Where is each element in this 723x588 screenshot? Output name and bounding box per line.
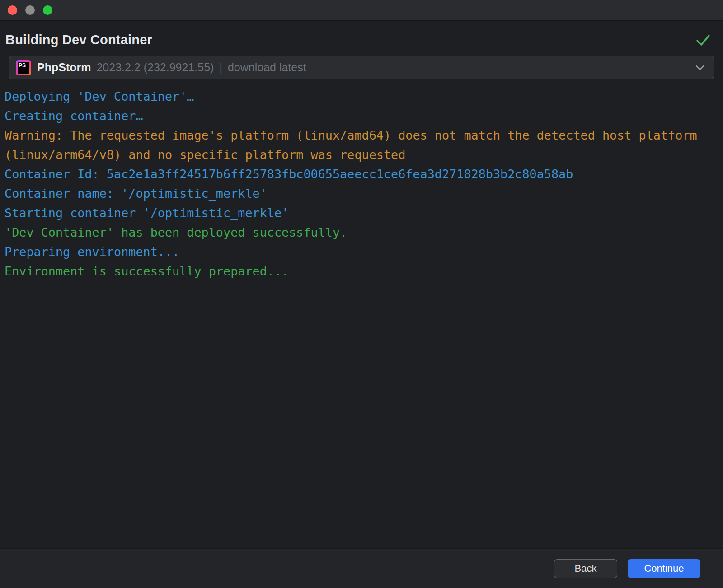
close-window-button[interactable] <box>8 5 17 15</box>
console-line: Warning: The requested image's platform … <box>5 126 718 164</box>
console-line: Deploying 'Dev Container'… <box>5 87 718 106</box>
download-latest-link[interactable]: download latest <box>228 61 306 74</box>
ide-name: PhpStorm <box>37 61 91 74</box>
minimize-window-button[interactable] <box>25 5 35 15</box>
phpstorm-icon-letters: PS <box>18 62 29 74</box>
page-title: Building Dev Container <box>5 33 152 47</box>
header: Building Dev Container <box>0 21 723 54</box>
console-log: Deploying 'Dev Container'…Creating conta… <box>0 79 723 548</box>
console-line: Container name: '/optimistic_merkle' <box>5 184 718 203</box>
ide-separator: | <box>219 61 222 74</box>
titlebar <box>0 0 723 21</box>
console-line: 'Dev Container' has been deployed succes… <box>5 223 718 242</box>
zoom-window-button[interactable] <box>43 5 52 15</box>
ide-selector-dropdown[interactable]: PS PhpStorm 2023.2.2 (232.9921.55) | dow… <box>9 56 714 79</box>
back-button[interactable]: Back <box>554 559 617 578</box>
footer: Back Continue <box>0 548 723 588</box>
dev-container-window: Building Dev Container PS PhpStorm 2023.… <box>0 0 723 588</box>
console-line: Preparing environment... <box>5 242 718 261</box>
chevron-down-icon <box>695 65 704 70</box>
ide-version: 2023.2.2 (232.9921.55) <box>96 61 214 74</box>
console-line: Creating container… <box>5 106 718 126</box>
success-check-icon <box>696 34 710 46</box>
console-line: Environment is successfully prepared... <box>5 261 718 281</box>
phpstorm-icon: PS <box>16 60 31 75</box>
console-line: Container Id: 5ac2e1a3ff24517b6ff25783fb… <box>5 164 718 184</box>
console-line: Starting container '/optimistic_merkle' <box>5 203 718 223</box>
continue-button[interactable]: Continue <box>628 559 700 578</box>
